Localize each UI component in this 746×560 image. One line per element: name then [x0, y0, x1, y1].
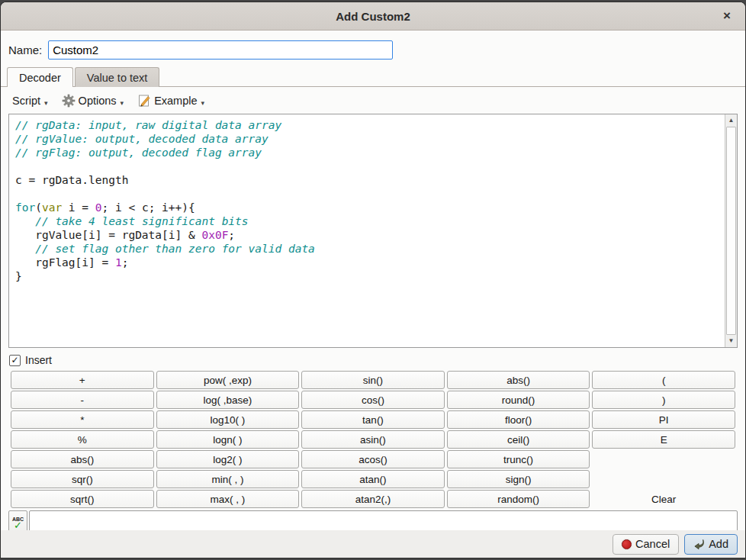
- fn-button-r0c4[interactable]: (: [592, 371, 735, 389]
- add-arrow-icon: [693, 539, 705, 550]
- cancel-button[interactable]: Cancel: [613, 534, 679, 555]
- fn-button-r0c2[interactable]: sin(): [301, 371, 445, 389]
- code-line: [15, 187, 731, 201]
- editor-scrollbar[interactable]: ▲ ▼: [725, 114, 737, 347]
- code-token: // rgData: input, raw digital data array: [15, 119, 281, 131]
- add-button-label: Add: [709, 538, 728, 550]
- options-menu-label: Options: [79, 95, 117, 107]
- fn-button-r1c3[interactable]: round(): [447, 391, 590, 409]
- pencil-icon: [137, 94, 151, 108]
- fn-button-r1c0[interactable]: -: [11, 391, 154, 409]
- code-token: var: [42, 201, 62, 214]
- fn-button-r5c3[interactable]: sign(): [447, 470, 590, 488]
- code-token: c = rgData.length: [15, 174, 128, 186]
- fn-button-r3c4[interactable]: E: [592, 430, 735, 449]
- function-button-grid: +pow( ,exp)sin()abs()(-log( ,base)cos()r…: [11, 371, 735, 508]
- code-token: // take 4 least significant bits: [35, 215, 248, 227]
- code-token: i =: [62, 201, 95, 214]
- fn-button-r1c1[interactable]: log( ,base): [156, 391, 300, 409]
- insert-row: ✓ Insert: [9, 354, 745, 366]
- scroll-down-icon[interactable]: ▼: [725, 336, 737, 346]
- fn-button-r2c2[interactable]: tan(): [301, 410, 445, 429]
- script-menu-button[interactable]: Script ▾: [10, 93, 56, 108]
- cancel-button-label: Cancel: [635, 538, 670, 550]
- chevron-down-icon: ▾: [121, 99, 124, 107]
- code-line: // rgData: input, raw digital data array: [15, 118, 731, 132]
- code-line: c = rgData.length: [15, 173, 731, 187]
- name-input[interactable]: [48, 40, 393, 60]
- script-editor[interactable]: // rgData: input, raw digital data array…: [8, 114, 738, 348]
- scroll-up-icon[interactable]: ▲: [725, 115, 737, 126]
- name-row: Name:: [8, 40, 738, 60]
- scrollbar-thumb[interactable]: [726, 127, 736, 335]
- code-line: [15, 159, 731, 173]
- code-token: ;: [228, 229, 235, 241]
- dialog-title: Add Custom2: [336, 10, 410, 23]
- options-menu-button[interactable]: Options ▾: [59, 92, 133, 109]
- fn-button-r4c1[interactable]: log2( ): [156, 450, 300, 468]
- tab-value-to-text[interactable]: Value to text: [75, 67, 160, 87]
- fn-button-r5c0[interactable]: sqr(): [11, 470, 154, 488]
- code-token: }: [15, 270, 22, 282]
- add-custom-dialog: Add Custom2 × Name: Decoder Value to tex…: [1, 2, 745, 558]
- fn-button-r4c3[interactable]: trunc(): [447, 450, 590, 468]
- fn-button-r5c2[interactable]: atan(): [301, 470, 445, 488]
- fn-button-r0c3[interactable]: abs(): [447, 371, 590, 389]
- code-line: for(var i = 0; i < c; i++){: [15, 201, 731, 214]
- stop-icon: [622, 539, 632, 549]
- code-line: }: [15, 269, 731, 283]
- code-token: rgFlag[i] =: [15, 256, 115, 269]
- gear-icon: [62, 94, 76, 108]
- fn-button-r6c1[interactable]: max( , ): [156, 490, 300, 508]
- code-token: rgValue[i] = rgData[i] &: [15, 229, 201, 241]
- insert-checkbox[interactable]: ✓: [9, 355, 21, 366]
- fn-button-r0c0[interactable]: +: [11, 371, 154, 389]
- code-token: [15, 215, 35, 227]
- fn-button-r1c2[interactable]: cos(): [301, 391, 445, 409]
- code-token: 0: [95, 201, 102, 214]
- fn-button-r4c2[interactable]: acos(): [301, 450, 445, 468]
- code-line: // rgValue: output, decoded data array: [15, 132, 731, 146]
- fn-button-r3c2[interactable]: asin(): [301, 430, 445, 449]
- fn-button-r2c1[interactable]: log10( ): [156, 410, 300, 429]
- fn-button-r0c1[interactable]: pow( ,exp): [156, 371, 300, 389]
- script-code[interactable]: // rgData: input, raw digital data array…: [9, 114, 737, 287]
- fn-button-r6c0[interactable]: sqrt(): [11, 490, 154, 508]
- code-token: // rgFlag: output, decoded flag array: [15, 146, 262, 159]
- close-icon[interactable]: ×: [718, 7, 736, 25]
- code-token: (: [35, 201, 42, 214]
- chevron-down-icon: ▾: [44, 99, 48, 107]
- code-token: for: [15, 201, 35, 214]
- fn-button-r3c0[interactable]: %: [11, 430, 154, 449]
- code-token: 0x0F: [201, 229, 228, 241]
- code-line: // rgFlag: output, decoded flag array: [15, 146, 731, 159]
- fn-button-r3c1[interactable]: logn( ): [156, 430, 300, 449]
- fn-button-r5c1[interactable]: min( , ): [156, 470, 300, 488]
- fn-button-r2c3[interactable]: floor(): [447, 410, 590, 429]
- fn-button-r6c3[interactable]: random(): [447, 490, 590, 508]
- green-check-icon: ✓: [14, 521, 22, 529]
- fn-button-r6c2[interactable]: atan2(,): [301, 490, 445, 508]
- footer: Cancel Add: [1, 530, 745, 558]
- code-token: 1: [115, 256, 122, 269]
- fn-button-r2c4[interactable]: PI: [592, 410, 735, 429]
- code-token: // rgValue: output, decoded data array: [15, 133, 268, 145]
- fn-button-r3c3[interactable]: ceil(): [447, 430, 590, 449]
- insert-label: Insert: [25, 354, 52, 366]
- add-button[interactable]: Add: [684, 534, 738, 555]
- fn-button-r1c4[interactable]: ): [592, 391, 735, 409]
- code-token: // set flag other than zero for valid da…: [35, 243, 315, 255]
- fn-button-r6c4[interactable]: Clear: [592, 490, 735, 508]
- script-menu-label: Script: [12, 95, 40, 107]
- example-menu-label: Example: [154, 95, 197, 107]
- code-token: [15, 243, 35, 255]
- code-line: // take 4 least significant bits: [15, 214, 731, 228]
- code-line: rgValue[i] = rgData[i] & 0x0F;: [15, 228, 731, 242]
- example-menu-button[interactable]: Example ▾: [135, 92, 213, 109]
- fn-button-r2c0[interactable]: *: [11, 410, 154, 429]
- code-token: ;: [122, 256, 129, 269]
- tab-decoder[interactable]: Decoder: [7, 67, 73, 87]
- titlebar[interactable]: Add Custom2 ×: [1, 2, 745, 31]
- fn-button-r4c0[interactable]: abs(): [11, 450, 154, 468]
- code-line: rgFlag[i] = 1;: [15, 256, 731, 269]
